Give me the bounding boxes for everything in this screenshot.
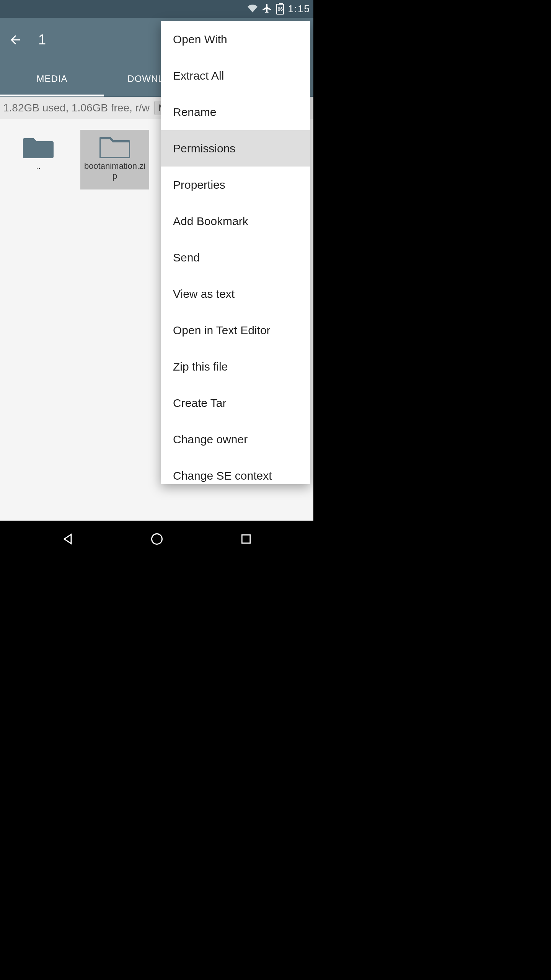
- clock: 1:15: [288, 3, 310, 15]
- battery-level: 86: [278, 7, 283, 12]
- file-grid: .. bootanimation.zip: [0, 119, 313, 200]
- file-label: ..: [34, 161, 42, 171]
- nav-recents-button[interactable]: [234, 527, 258, 551]
- tab-bar: MEDIA DOWNLOAD: [0, 61, 313, 97]
- wifi-icon: [247, 4, 258, 14]
- file-label: bootanimation.zip: [80, 161, 149, 181]
- parent-folder[interactable]: ..: [4, 130, 73, 189]
- storage-chip[interactable]: M: [154, 101, 170, 115]
- folder-icon: [99, 134, 130, 158]
- nav-back-button[interactable]: [55, 527, 80, 551]
- storage-info-text: 1.82GB used, 1.06GB free, r/w: [3, 102, 150, 114]
- nav-home-button[interactable]: [145, 527, 169, 551]
- status-bar: 86 1:15: [0, 0, 313, 18]
- back-button[interactable]: [6, 31, 24, 49]
- tab-label: MEDIA: [36, 74, 67, 84]
- tab-media[interactable]: MEDIA: [0, 61, 104, 96]
- storage-info-bar: 1.82GB used, 1.06GB free, r/w M: [0, 97, 313, 119]
- selection-app-bar: 1: [0, 18, 313, 61]
- tab-label: DOWNLOAD: [127, 74, 184, 84]
- selection-count: 1: [38, 32, 46, 48]
- svg-rect-2: [242, 535, 250, 543]
- svg-rect-0: [295, 36, 304, 45]
- tab-download[interactable]: DOWNLOAD: [104, 61, 208, 96]
- navigation-bar: [0, 521, 313, 557]
- airplane-icon: [262, 3, 272, 15]
- svg-point-1: [152, 534, 162, 544]
- copy-button[interactable]: [289, 31, 307, 49]
- battery-icon: 86: [276, 4, 284, 15]
- folder-icon: [23, 134, 54, 158]
- file-item-bootanimation[interactable]: bootanimation.zip: [80, 130, 149, 189]
